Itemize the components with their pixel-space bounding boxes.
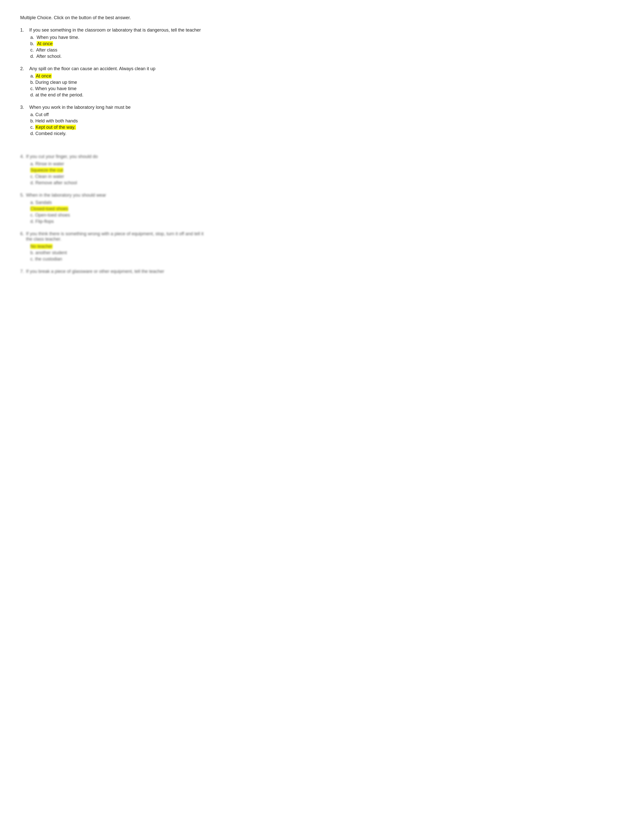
question-2-option-b[interactable]: b. During clean up time <box>30 80 207 85</box>
question-6-option-a: No teacher <box>30 244 207 249</box>
question-3-option-b[interactable]: b. Held with both hands <box>30 118 207 124</box>
question-5-option-b: Closed-toed shoes <box>30 206 207 212</box>
question-5-option-d: d. Flip-flops <box>30 219 207 224</box>
question-2-option-c[interactable]: c. When you have time <box>30 86 207 92</box>
question-2-text: Any spill on the floor can cause an acci… <box>29 66 155 71</box>
question-1-option-c[interactable]: c. After class <box>30 47 207 53</box>
question-3-num: 3. <box>20 105 27 110</box>
question-4-num: 4. <box>20 154 24 159</box>
question-4-blurred: 4. If you cut your finger, you should do… <box>20 154 207 185</box>
question-6-options: No teacher b. another student c. the cus… <box>30 244 207 262</box>
question-2-num: 2. <box>20 66 27 71</box>
question-4-option-d: d. Remove after school <box>30 180 207 185</box>
question-3-option-c[interactable]: c. Kept out of the way. <box>30 125 207 130</box>
question-2: 2. Any spill on the floor can cause an a… <box>20 66 207 98</box>
question-2-option-d[interactable]: d. at the end of the period. <box>30 92 207 98</box>
question-4-option-b: Squeeze the cut <box>30 167 207 173</box>
question-2-answer-highlight: At once <box>35 74 52 79</box>
question-4-options: a. Rinse in water Squeeze the cut c. Cle… <box>30 161 207 185</box>
question-5-num: 5. <box>20 193 24 198</box>
question-4-text: If you cut your finger, you should do <box>26 154 98 159</box>
question-3-answer-highlight: Kept out of the way. <box>35 125 76 130</box>
question-4-option-a: a. Rinse in water <box>30 161 207 167</box>
question-1: 1. If you see something in the classroom… <box>20 27 207 59</box>
question-1-option-a[interactable]: a. When you have time. <box>30 35 207 40</box>
question-5-blurred: 5. When in the laboratory you should wea… <box>20 193 207 224</box>
question-1-answer-highlight: At once <box>37 41 53 46</box>
question-1-option-d[interactable]: d. After school. <box>30 54 207 59</box>
question-4-option-c: c. Clean in water <box>30 174 207 179</box>
question-3: 3. When you work in the laboratory long … <box>20 105 207 136</box>
question-5-option-c: c. Open-toed shoes <box>30 212 207 218</box>
question-1-num: 1. <box>20 27 27 33</box>
question-5-option-a: a. Sandals <box>30 200 207 205</box>
question-3-option-d[interactable]: d. Combed nicely. <box>30 131 207 136</box>
question-6-option-c: c. the custodian <box>30 256 207 262</box>
question-1-options: a. When you have time. b. At once c. Aft… <box>30 35 207 59</box>
question-1-option-b[interactable]: b. At once <box>30 41 207 47</box>
question-3-options: a. Cut off b. Held with both hands c. Ke… <box>30 112 207 136</box>
question-7-blurred: 7. If you break a piece of glassware or … <box>20 269 207 274</box>
question-6-text: If you think there is something wrong wi… <box>26 231 207 242</box>
question-2-options: a. At once b. During clean up time c. Wh… <box>30 74 207 98</box>
question-5-text: When in the laboratory you should wear <box>26 193 106 198</box>
question-2-option-a[interactable]: a. At once <box>30 74 207 79</box>
question-6-num: 6. <box>20 231 24 242</box>
question-3-option-a[interactable]: a. Cut off <box>30 112 207 117</box>
question-1-text: If you see something in the classroom or… <box>29 27 201 33</box>
question-7-num: 7. <box>20 269 24 274</box>
question-3-text: When you work in the laboratory long hai… <box>29 105 130 110</box>
question-6-blurred: 6. If you think there is something wrong… <box>20 231 207 262</box>
question-7-text: If you break a piece of glassware or oth… <box>26 269 164 274</box>
instructions: Multiple Choice. Click on the button of … <box>20 15 207 21</box>
question-5-options: a. Sandals Closed-toed shoes c. Open-toe… <box>30 200 207 224</box>
question-6-option-b: b. another student <box>30 250 207 256</box>
